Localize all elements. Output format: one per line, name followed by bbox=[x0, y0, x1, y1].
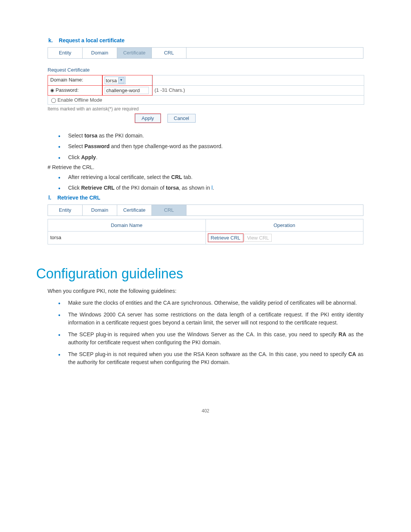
password-label: Password: bbox=[56, 87, 79, 93]
guide-4: The SCEP plug-in is not required when yo… bbox=[58, 350, 363, 366]
bullet-k-1: Select torsa as the PKI domain. bbox=[58, 132, 375, 139]
required-note: Items marked with an asterisk(*) are req… bbox=[48, 106, 375, 112]
step-l-title: Retrieve the CRL bbox=[57, 195, 100, 201]
guidelines-list: Make sure the clocks of entities and the… bbox=[58, 299, 363, 366]
request-certificate-link[interactable]: Request Certificate bbox=[48, 67, 375, 73]
h1-config-guidelines: Configuration guidelines bbox=[36, 266, 375, 282]
tabbar-certificate: Entity Domain Certificate CRL bbox=[48, 47, 363, 59]
offline-mode-radio[interactable]: ◯ bbox=[51, 97, 56, 103]
tab-entity[interactable]: Entity bbox=[48, 48, 83, 58]
tab2-domain[interactable]: Domain bbox=[83, 205, 117, 216]
cancel-button[interactable]: Cancel bbox=[167, 114, 196, 123]
tab2-crl[interactable]: CRL bbox=[152, 205, 186, 216]
step-l-header: l. Retrieve the CRL bbox=[48, 195, 375, 201]
domain-name-label: Domain Name: bbox=[48, 75, 102, 85]
tab2-certificate[interactable]: Certificate bbox=[117, 205, 152, 216]
form-buttons: Apply Cancel bbox=[135, 114, 375, 123]
offline-mode-cell: ◯Enable Offline Mode bbox=[48, 96, 364, 104]
guidelines-intro: When you configure PKI, note the followi… bbox=[48, 287, 375, 295]
bullets-crl: After retrieving a local certificate, se… bbox=[58, 173, 375, 192]
apply-button[interactable]: Apply bbox=[135, 114, 161, 123]
crl-col-operation: Operation bbox=[206, 219, 363, 231]
step-k-header: k. Request a local certificate bbox=[48, 37, 375, 43]
bullet-k-3: Click Apply. bbox=[58, 153, 375, 161]
step-k-letter: k. bbox=[48, 37, 53, 43]
tab-crl[interactable]: CRL bbox=[152, 48, 186, 58]
password-input[interactable]: challenge-word bbox=[105, 87, 149, 94]
chevron-down-icon: ▾ bbox=[118, 77, 124, 83]
crl-row-ops: Retrieve CRL View CRL bbox=[206, 232, 363, 244]
domain-name-value: torsa bbox=[106, 78, 117, 83]
request-form: Domain Name: torsa ▾ ◉Password: challeng… bbox=[48, 75, 364, 105]
password-radio[interactable]: ◉ bbox=[50, 88, 54, 93]
domain-name-select[interactable]: torsa ▾ bbox=[105, 77, 126, 84]
domain-name-cell: torsa ▾ bbox=[102, 75, 152, 85]
retrieve-crl-button[interactable]: Retrieve CRL bbox=[208, 234, 243, 242]
bullet-k-2: Select Password and then type challenge-… bbox=[58, 142, 375, 150]
page-number: 402 bbox=[36, 408, 375, 414]
bullet-crl-2: Click Retrieve CRL of the PKI domain of … bbox=[58, 184, 375, 192]
tabbar-spacer bbox=[186, 48, 363, 58]
tab2-entity[interactable]: Entity bbox=[48, 205, 83, 216]
bullet-crl-1: After retrieving a local certificate, se… bbox=[58, 173, 375, 181]
crl-table: Domain Name Operation torsa Retrieve CRL… bbox=[48, 219, 363, 244]
view-crl-button[interactable]: View CRL bbox=[244, 234, 272, 242]
crl-row-domain: torsa bbox=[48, 232, 206, 244]
step-l-letter: l. bbox=[48, 195, 51, 201]
password-label-cell: ◉Password: bbox=[48, 86, 102, 95]
guide-1: Make sure the clocks of entities and the… bbox=[58, 299, 363, 307]
tabbar2-spacer bbox=[186, 205, 363, 216]
password-field-cell: challenge-word bbox=[102, 86, 152, 95]
bullets-after-k: Select torsa as the PKI domain. Select P… bbox=[58, 132, 375, 161]
tabbar-crl: Entity Domain Certificate CRL bbox=[48, 204, 363, 216]
offline-mode-label: Enable Offline Mode bbox=[57, 97, 102, 103]
crl-col-domain: Domain Name bbox=[48, 219, 206, 231]
step-k-title: Request a local certificate bbox=[59, 37, 125, 43]
hash-retrieve: # Retrieve the CRL. bbox=[48, 164, 375, 170]
password-hint: (1 -31 Chars.) bbox=[152, 86, 364, 95]
guide-3: The SCEP plug-in is required when you us… bbox=[58, 331, 363, 347]
tab-certificate[interactable]: Certificate bbox=[117, 48, 152, 58]
tab-domain[interactable]: Domain bbox=[83, 48, 117, 58]
guide-2: The Windows 2000 CA server has some rest… bbox=[58, 311, 363, 327]
